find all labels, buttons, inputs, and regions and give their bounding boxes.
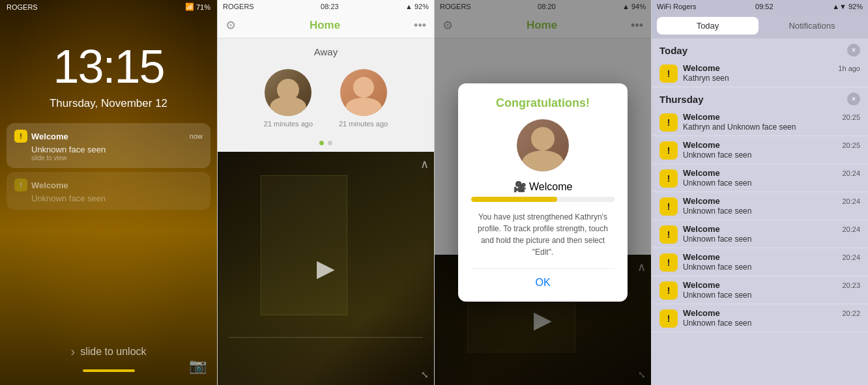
face-item-1[interactable]: 21 minutes ago [264, 69, 313, 128]
notif-scroll-body[interactable]: Today × ! Welcome 1h ago Kathryn seen Th… [652, 38, 868, 385]
thursday-section-header: Thursday × [652, 87, 868, 108]
status-bar-2: ROGERS 08:23 ▲ 92% [218, 0, 434, 13]
today-section-header: Today × [652, 38, 868, 59]
lock-carrier: ROGERS [7, 3, 38, 11]
notif-app-7: Welcome [683, 308, 720, 318]
notif-time: now [190, 132, 203, 140]
notif-item-5[interactable]: ! Welcome 20:24 Unknown face seen [652, 248, 868, 276]
lock-status-bar: ROGERS 📶 71% [0, 0, 217, 14]
notif-item-6[interactable]: ! Welcome 20:23 Unknown face seen [652, 276, 868, 304]
tab-today[interactable]: Today [657, 17, 759, 35]
notif-item-2[interactable]: ! Welcome 20:24 Unknown face seen [652, 164, 868, 192]
notif-msg-5: Unknown face seen [683, 263, 860, 272]
dialog-progress-bar [471, 197, 615, 202]
today-section-title: Today [659, 45, 687, 56]
notif-carrier: WiFi Rogers [657, 3, 697, 10]
notif-time-0: 20:25 [842, 113, 860, 121]
notif-item-4[interactable]: ! Welcome 20:24 Unknown face seen [652, 220, 868, 248]
welcome-icon-1: ! [659, 141, 678, 160]
congratulations-dialog: Congratulations! 🎥 Welcome You have just… [458, 83, 628, 302]
face-time-1: 21 minutes ago [264, 120, 313, 128]
slide-text: slide to unlock [80, 346, 146, 358]
lock-notification-primary[interactable]: ! Welcome now Unknown face seen slide to… [7, 123, 210, 168]
notif-content-today: Welcome 1h ago Kathryn seen [683, 63, 860, 83]
notif-app-5: Welcome [683, 252, 720, 262]
notif-msg-4: Unknown face seen [683, 235, 860, 244]
notif-content-2: Welcome 20:24 Unknown face seen [683, 168, 860, 188]
notif-content-5: Welcome 20:24 Unknown face seen [683, 252, 860, 272]
notif-item-3[interactable]: ! Welcome 20:24 Unknown face seen [652, 192, 868, 220]
more-icon[interactable]: ••• [414, 19, 426, 33]
face-item-2[interactable]: 21 minutes ago [339, 69, 388, 128]
notif-app-name: Welcome [31, 132, 68, 141]
notif-status-bar: WiFi Rogers 09:52 ▲▼ 92% [652, 0, 868, 13]
notif-signal: ▲▼ [832, 3, 846, 10]
notif-content-7: Welcome 20:22 Unknown face seen [683, 308, 860, 328]
camera-feed-2[interactable]: ∧ ▶ ⤡ [218, 152, 434, 385]
notif-app-4: Welcome [683, 224, 720, 234]
faces-row: 21 minutes ago 21 minutes ago [218, 63, 434, 134]
dot-2 [328, 141, 332, 145]
signal-icon-2: ▲ [405, 3, 412, 10]
notif-slide-hint: slide to view [14, 154, 203, 162]
face-avatar-female [340, 69, 387, 116]
notif-item-today[interactable]: ! Welcome 1h ago Kathryn seen [652, 59, 868, 87]
notif-item-1[interactable]: ! Welcome 20:25 Unknown face seen [652, 136, 868, 164]
welcome-icon-5: ! [659, 253, 678, 272]
lock-screen: ROGERS 📶 71% 13:15 Thursday, November 12… [0, 0, 217, 385]
lock-notification-secondary[interactable]: ! Welcome Unknown face seen [7, 172, 210, 210]
welcome-icon-2: ! [659, 169, 678, 188]
notif-tabs: Today Notifications [652, 13, 868, 38]
battery-lock: 71% [196, 3, 210, 11]
notif-time-4: 20:24 [842, 225, 860, 233]
notif-app-0: Welcome [683, 112, 720, 122]
welcome-icon-4: ! [659, 225, 678, 244]
welcome-app-icon: ! [14, 130, 27, 143]
app-nav-bar-2: ⚙ Home ••• [218, 13, 434, 38]
app-title-2: Home [310, 19, 340, 32]
dialog-message: You have just strengthened Kathryn's pro… [471, 211, 615, 258]
away-section-title: Away [218, 38, 434, 63]
today-close-button[interactable]: × [847, 44, 860, 57]
thursday-section-title: Thursday [659, 94, 704, 105]
notif-msg-today: Kathryn seen [683, 74, 860, 83]
slide-to-unlock[interactable]: › slide to unlock [70, 344, 146, 359]
settings-icon[interactable]: ⚙ [225, 18, 236, 33]
notif-msg-7: Unknown face seen [683, 319, 860, 328]
slide-arrow-icon: › [70, 344, 75, 359]
expand-icon[interactable]: ⤡ [421, 369, 429, 380]
dialog-ok-button[interactable]: OK [471, 268, 615, 289]
home-away-screen: ROGERS 08:23 ▲ 92% ⚙ Home ••• Away 21 mi… [217, 0, 434, 385]
pagination-dots [218, 134, 434, 152]
notif-item-7[interactable]: ! Welcome 20:22 Unknown face seen [652, 304, 868, 332]
notif-content-4: Welcome 20:24 Unknown face seen [683, 224, 860, 244]
notif-app-3: Welcome [683, 196, 720, 206]
camera-icon[interactable]: 📷 [189, 358, 207, 375]
play-icon[interactable]: ▶ [317, 255, 335, 282]
notification-center: WiFi Rogers 09:52 ▲▼ 92% Today Notificat… [651, 0, 868, 385]
notif-item-0[interactable]: ! Welcome 20:25 Kathryn and Unknown face… [652, 108, 868, 136]
notif-time-6: 20:23 [842, 281, 860, 289]
dialog-camera-label: 🎥 Welcome [471, 180, 615, 193]
notif-content-1: Welcome 20:25 Unknown face seen [683, 140, 860, 160]
collapse-icon[interactable]: ∧ [420, 157, 429, 171]
home-dialog-screen: ROGERS 08:20 ▲ 94% ⚙ Home ••• ∧ ▶ ⤡ Cong… [434, 0, 651, 385]
battery-2: 92% [414, 3, 429, 10]
dialog-avatar [517, 119, 569, 171]
dialog-overlay: Congratulations! 🎥 Welcome You have just… [435, 0, 651, 385]
notif-app-6: Welcome [683, 280, 720, 290]
notif-msg-3: Unknown face seen [683, 207, 860, 216]
thursday-close-button[interactable]: × [847, 93, 860, 106]
lock-date: Thursday, November 12 [0, 97, 217, 110]
notif-app-2: Welcome [683, 168, 720, 178]
notif-time: 09:52 [755, 3, 774, 10]
welcome-icon-0: ! [659, 113, 678, 132]
welcome-icon-3: ! [659, 197, 678, 216]
face-avatar-male [265, 69, 311, 116]
notif-msg-0: Kathryn and Unknown face seen [683, 122, 860, 132]
tab-notifications[interactable]: Notifications [761, 17, 863, 35]
dialog-title: Congratulations! [471, 96, 615, 110]
notif-msg-2: Unknown face seen [683, 178, 860, 188]
notif-app-1: Welcome [683, 140, 720, 150]
notif-app-name-dim: Welcome [31, 180, 68, 190]
